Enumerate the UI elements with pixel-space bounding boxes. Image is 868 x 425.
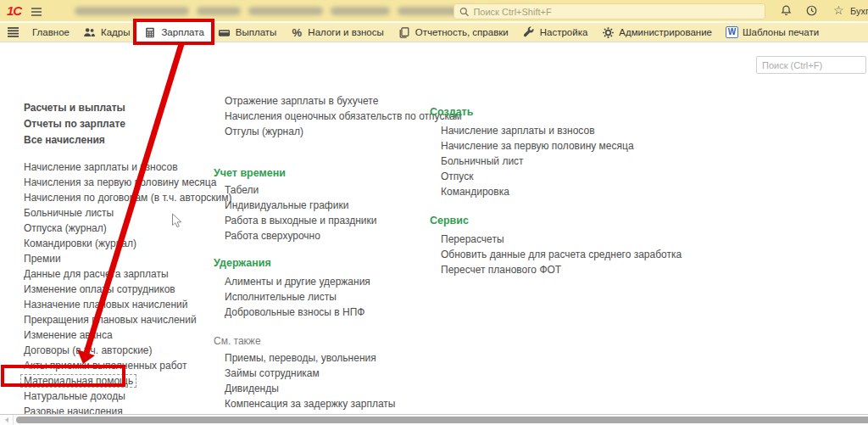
- menu-item-label[interactable]: Дивиденды: [225, 383, 279, 394]
- menu-item[interactable]: Займы сотрудникам: [225, 366, 462, 381]
- menu-item-label[interactable]: Материальная помощь: [20, 374, 136, 388]
- menu-item[interactable]: Прекращения плановых начислений: [24, 312, 232, 327]
- menu-item-label[interactable]: Начисления за первую половину месяца: [24, 176, 216, 188]
- menu-item[interactable]: Работа в выходные и праздники: [225, 213, 462, 228]
- menu-item-otchety-po-zarplate[interactable]: Отчеты по зарплате: [24, 116, 232, 132]
- menu-item[interactable]: Премии: [24, 251, 232, 266]
- history-icon[interactable]: [805, 4, 818, 20]
- menu-item-label[interactable]: Приемы, переводы, увольнения: [225, 352, 376, 364]
- menu-item[interactable]: Отгулы (журнал): [225, 124, 462, 139]
- menu-item[interactable]: Работа сверхурочно: [225, 228, 462, 243]
- menu-item-label[interactable]: Табели: [225, 184, 259, 196]
- menu-item-label[interactable]: Начисление зарплаты и взносов: [441, 125, 595, 137]
- menu-item[interactable]: Изменение аванса: [24, 327, 232, 343]
- menu-item[interactable]: Приемы, переводы, увольнения: [225, 350, 462, 366]
- menu-item-label[interactable]: Алименты и другие удержания: [225, 276, 370, 288]
- menu-item-label[interactable]: Начисления по договорам (в т.ч. авторски…: [24, 192, 232, 204]
- menu-search-input[interactable]: [756, 56, 866, 74]
- menu-item-label[interactable]: Отпуска (журнал): [24, 222, 107, 234]
- tab-zarplata[interactable]: Зарплата: [136, 23, 210, 42]
- menu-item-label[interactable]: Отгулы (журнал): [225, 126, 303, 137]
- menu-item-label[interactable]: Отражение зарплаты в бухучете: [225, 95, 378, 107]
- menu-item[interactable]: Разовые начисления: [24, 404, 232, 414]
- menu-item[interactable]: Компенсация за задержку зарплаты: [225, 396, 462, 411]
- menu-item-label[interactable]: Отпуск: [441, 171, 473, 182]
- menu-item-label[interactable]: Назначение плановых начислений: [24, 299, 188, 310]
- menu-item-label[interactable]: Командировки (журнал): [24, 238, 136, 249]
- menu-item-label[interactable]: Компенсация за задержку зарплаты: [225, 398, 395, 410]
- menu-item-label[interactable]: Начисления оценочных обязательств по отп…: [225, 110, 462, 122]
- menu-item[interactable]: Отпуска (журнал): [24, 221, 232, 236]
- menu-item[interactable]: Изменение оплаты сотрудников: [24, 282, 232, 297]
- menu-item[interactable]: Добровольные взносы в НПФ: [225, 305, 462, 320]
- tab-kadry[interactable]: Кадры: [76, 23, 136, 42]
- sections-menu-button[interactable]: [4, 23, 25, 42]
- menu-item[interactable]: Больничные листы: [24, 205, 232, 221]
- menu-item-label[interactable]: Работа сверхурочно: [225, 230, 320, 242]
- menu-item[interactable]: Обновить данные для расчета среднего зар…: [441, 247, 682, 262]
- menu-item[interactable]: Дивиденды: [225, 381, 462, 396]
- scroll-left-button[interactable]: [0, 415, 14, 425]
- tab-nalogi-i-vznosy[interactable]: % Налоги и взносы: [283, 23, 390, 42]
- menu-item-label[interactable]: Расчеты и выплаты: [24, 102, 125, 114]
- menu-item[interactable]: Начисление зарплаты и взносов: [24, 159, 232, 175]
- tab-otchetnost-spravki[interactable]: Отчетность, справки: [391, 23, 515, 42]
- menu-item[interactable]: Данные для расчета зарплаты: [24, 266, 232, 282]
- menu-item-label[interactable]: Добровольные взносы в НПФ: [225, 306, 364, 318]
- menu-item[interactable]: Пересчет планового ФОТ: [441, 262, 682, 277]
- menu-item-label[interactable]: Изменение оплаты сотрудников: [24, 283, 175, 295]
- menu-item-label[interactable]: Договоры (в т.ч. авторские): [24, 344, 153, 356]
- global-search-input[interactable]: [473, 7, 760, 17]
- main-menu-icon[interactable]: [31, 5, 42, 20]
- menu-item[interactable]: Перерасчеты: [441, 232, 682, 247]
- menu-item[interactable]: Акты приемки выполненных работ: [24, 358, 232, 373]
- menu-item[interactable]: Начисления оценочных обязательств по отп…: [225, 109, 462, 124]
- menu-item-label[interactable]: Больничные листы: [24, 207, 114, 219]
- menu-item-label[interactable]: Акты приемки выполненных работ: [24, 360, 186, 372]
- menu-item-label[interactable]: Индивидуальные графики: [225, 199, 348, 211]
- menu-item-label[interactable]: Командировка: [441, 186, 509, 198]
- scrollbar-thumb[interactable]: [16, 417, 868, 423]
- menu-group-uchet-vremeni[interactable]: Учет времени: [214, 165, 462, 181]
- horizontal-scrollbar[interactable]: [0, 414, 868, 425]
- menu-item-label[interactable]: Займы сотрудникам: [225, 367, 320, 379]
- menu-item[interactable]: Исполнительные листы: [225, 289, 462, 305]
- menu-item-label[interactable]: Премии: [24, 253, 61, 265]
- menu-item[interactable]: Отражение зарплаты в бухучете: [225, 93, 462, 109]
- menu-item-vse-nachisleniya[interactable]: Все начисления: [24, 132, 232, 148]
- tab-vyplaty[interactable]: Выплаты: [211, 23, 284, 42]
- menu-item-label[interactable]: Исполнительные листы: [225, 291, 337, 303]
- menu-item-label[interactable]: Начисление за первую половину месяца: [441, 140, 634, 152]
- global-search-box[interactable]: [453, 3, 765, 20]
- menu-item[interactable]: Начисления за первую половину месяца: [24, 175, 232, 190]
- menu-item[interactable]: Начисление за первую половину месяца: [441, 138, 682, 154]
- menu-item-label[interactable]: Работа в выходные и праздники: [225, 215, 376, 226]
- menu-item-label[interactable]: Данные для расчета зарплаты: [24, 268, 169, 280]
- menu-item-label[interactable]: Пересчет планового ФОТ: [441, 264, 561, 276]
- menu-item[interactable]: Больничный лист: [441, 154, 682, 169]
- menu-item[interactable]: Договоры (в т.ч. авторские): [24, 343, 232, 358]
- favorites-star-icon[interactable]: ☆: [833, 3, 844, 17]
- menu-item[interactable]: Командировки (журнал): [24, 236, 232, 251]
- menu-item[interactable]: Командировка: [441, 184, 682, 199]
- menu-item-label[interactable]: Прекращения плановых начислений: [24, 314, 197, 326]
- menu-item-label[interactable]: Отчеты по зарплате: [24, 118, 125, 130]
- menu-item[interactable]: Индивидуальные графики: [225, 198, 462, 213]
- tab-shablony-pechati[interactable]: W Шаблоны печати: [719, 23, 826, 42]
- menu-group-sozdat[interactable]: Создать: [430, 104, 682, 120]
- menu-item[interactable]: Табели: [225, 182, 462, 198]
- menu-item-label[interactable]: Больничный лист: [441, 155, 524, 167]
- bell-icon[interactable]: [780, 4, 793, 20]
- menu-item-label[interactable]: Начисление зарплаты и взносов: [24, 161, 178, 173]
- current-user-label[interactable]: Бухгалте: [850, 6, 868, 16]
- menu-item-label[interactable]: Все начисления: [24, 134, 105, 146]
- menu-item-label[interactable]: Изменение аванса: [24, 329, 113, 341]
- menu-item-label[interactable]: Обновить данные для расчета среднего зар…: [441, 249, 682, 260]
- tab-administrirovanie[interactable]: Администрирование: [594, 23, 719, 42]
- tab-nastroika[interactable]: Настройка: [515, 23, 595, 42]
- menu-item[interactable]: Начисления по договорам (в т.ч. авторски…: [24, 190, 232, 205]
- menu-item[interactable]: Назначение плановых начислений: [24, 297, 232, 312]
- menu-item[interactable]: Алименты и другие удержания: [225, 274, 462, 289]
- menu-item-label[interactable]: Разовые начисления: [24, 405, 123, 414]
- menu-group-servis[interactable]: Сервис: [430, 213, 682, 228]
